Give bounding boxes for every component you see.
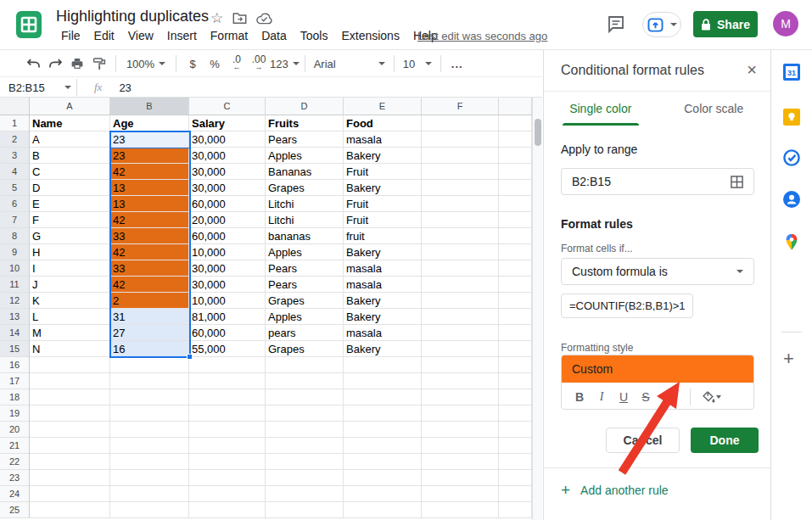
cell-D22[interactable] xyxy=(266,454,344,470)
cell-D25[interactable] xyxy=(266,502,344,518)
calendar-icon[interactable]: 31 xyxy=(783,64,800,81)
cell-B3[interactable]: 23 xyxy=(110,148,189,164)
cell-G5[interactable] xyxy=(499,180,532,196)
cell-G1[interactable] xyxy=(499,115,532,131)
cell-B6[interactable]: 13 xyxy=(110,196,189,212)
cell-E9[interactable]: Bakery xyxy=(344,244,422,260)
decrease-decimal-button[interactable]: .0← xyxy=(226,53,248,74)
cell-F18[interactable] xyxy=(422,389,499,405)
star-icon[interactable]: ☆ xyxy=(210,9,223,27)
cell-F24[interactable] xyxy=(422,486,499,502)
cell-A19[interactable] xyxy=(30,405,110,422)
cell-B16[interactable] xyxy=(110,357,189,373)
cell-G19[interactable] xyxy=(499,405,532,422)
vertical-scrollbar[interactable] xyxy=(532,98,542,520)
cell-F1[interactable] xyxy=(422,115,499,131)
cell-C15[interactable]: 55,000 xyxy=(189,341,266,357)
undo-button[interactable] xyxy=(22,53,44,74)
cell-C18[interactable] xyxy=(189,389,266,405)
sheets-logo-icon[interactable] xyxy=(15,9,42,40)
cell-D16[interactable] xyxy=(266,357,344,373)
cell-A13[interactable]: L xyxy=(30,309,110,325)
cell-G13[interactable] xyxy=(499,309,532,325)
cell-E15[interactable]: Bakery xyxy=(344,341,422,357)
cell-F12[interactable] xyxy=(422,293,499,309)
row-header-17[interactable]: 17 xyxy=(0,373,30,389)
cell-C17[interactable] xyxy=(189,373,266,389)
cell-C6[interactable]: 60,000 xyxy=(189,196,266,212)
cell-A5[interactable]: D xyxy=(30,180,110,196)
cell-E21[interactable] xyxy=(344,438,422,454)
cell-F21[interactable] xyxy=(422,438,499,454)
cell-A17[interactable] xyxy=(30,373,110,389)
row-header-10[interactable]: 10 xyxy=(0,260,30,277)
font-size-select[interactable]: 10 xyxy=(400,53,435,74)
cell-B20[interactable] xyxy=(110,422,189,438)
row-header-15[interactable]: 15 xyxy=(0,341,30,357)
cell-F14[interactable] xyxy=(422,325,499,341)
cell-F9[interactable] xyxy=(422,244,499,260)
cell-B15[interactable]: 16 xyxy=(110,341,189,357)
menu-tools[interactable]: Tools xyxy=(294,27,335,44)
format-percent-button[interactable]: % xyxy=(204,53,226,74)
column-header-B[interactable]: B xyxy=(110,98,189,115)
cell-G16[interactable] xyxy=(499,357,532,373)
tasks-icon[interactable] xyxy=(783,149,800,166)
format-currency-button[interactable]: $ xyxy=(182,53,204,74)
cell-F7[interactable] xyxy=(422,212,499,228)
cell-G21[interactable] xyxy=(499,438,532,454)
cell-D3[interactable]: Apples xyxy=(266,148,344,164)
share-button[interactable]: Share xyxy=(693,11,758,37)
cell-D23[interactable] xyxy=(266,470,344,486)
cell-D20[interactable] xyxy=(266,422,344,438)
cell-G12[interactable] xyxy=(499,293,532,309)
row-header-5[interactable]: 5 xyxy=(0,180,30,196)
cell-C13[interactable]: 81,000 xyxy=(189,309,266,325)
cell-B1[interactable]: Age xyxy=(110,115,189,131)
cell-C8[interactable]: 60,000 xyxy=(189,228,266,244)
menu-extensions[interactable]: Extensions xyxy=(334,27,406,44)
cell-E25[interactable] xyxy=(344,502,422,518)
range-input[interactable]: B2:B15 xyxy=(561,168,754,195)
cell-D4[interactable]: Bananas xyxy=(266,164,344,180)
cell-D5[interactable]: Grapes xyxy=(266,180,344,196)
comment-history-icon[interactable] xyxy=(606,14,626,34)
cell-C20[interactable] xyxy=(189,422,266,438)
cell-A10[interactable]: I xyxy=(30,260,110,277)
cell-C11[interactable]: 30,000 xyxy=(189,277,266,293)
number-format-select[interactable]: 123 xyxy=(270,53,300,74)
cell-D15[interactable]: Grapes xyxy=(266,341,344,357)
underline-button[interactable]: U xyxy=(614,388,633,406)
cell-F13[interactable] xyxy=(422,309,499,325)
cell-G24[interactable] xyxy=(499,486,532,502)
row-header-16[interactable]: 16 xyxy=(0,357,30,373)
cell-B10[interactable]: 33 xyxy=(110,260,189,277)
cell-E22[interactable] xyxy=(344,454,422,470)
cell-D17[interactable] xyxy=(266,373,344,389)
cell-A7[interactable]: F xyxy=(30,212,110,228)
close-icon[interactable]: × xyxy=(747,60,757,79)
cell-A4[interactable]: C xyxy=(30,164,110,180)
tab-color-scale[interactable]: Color scale xyxy=(658,92,771,126)
cell-B19[interactable] xyxy=(110,405,189,422)
cell-B5[interactable]: 13 xyxy=(110,180,189,196)
cell-G18[interactable] xyxy=(499,389,532,405)
cell-F3[interactable] xyxy=(422,148,499,164)
menu-edit[interactable]: Edit xyxy=(87,27,121,44)
cell-B14[interactable]: 27 xyxy=(110,325,189,341)
cell-C4[interactable]: 30,000 xyxy=(189,164,266,180)
cell-G17[interactable] xyxy=(499,373,532,389)
cell-C25[interactable] xyxy=(189,502,266,518)
avatar[interactable]: M xyxy=(773,11,798,36)
cloud-status-icon[interactable] xyxy=(256,13,272,25)
cell-D6[interactable]: Litchi xyxy=(266,196,344,212)
cell-A9[interactable]: H xyxy=(30,244,110,260)
cell-A1[interactable]: Name xyxy=(30,115,110,131)
cell-G8[interactable] xyxy=(499,228,532,244)
row-header-25[interactable]: 25 xyxy=(0,502,30,518)
column-header-A[interactable]: A xyxy=(30,98,110,115)
cancel-button[interactable]: Cancel xyxy=(606,428,680,453)
row-header-2[interactable]: 2 xyxy=(0,131,30,148)
cell-C21[interactable] xyxy=(189,438,266,454)
cell-G14[interactable] xyxy=(499,325,532,341)
